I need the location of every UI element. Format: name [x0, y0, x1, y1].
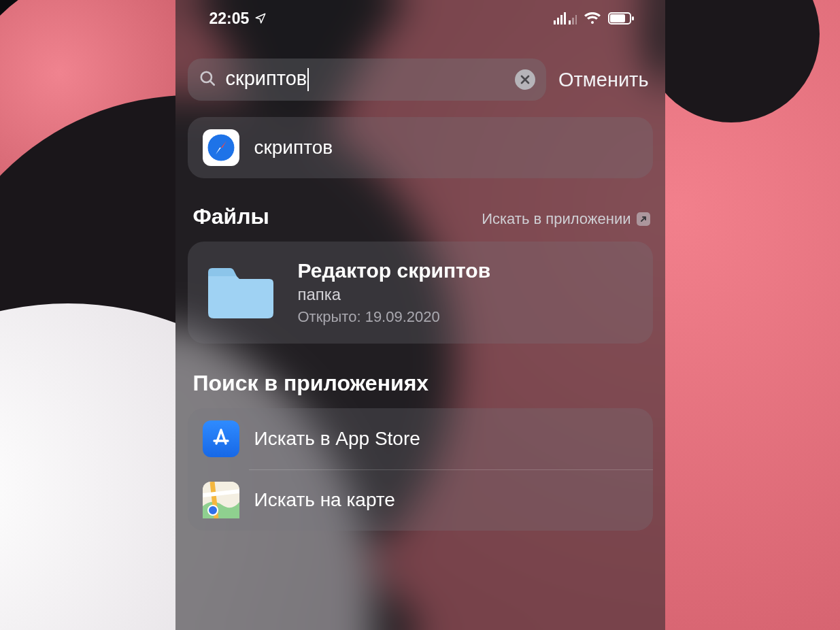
- search-input-text[interactable]: скриптов: [226, 67, 505, 91]
- text-caret: [307, 68, 309, 91]
- search-app-store-label: Искать в App Store: [254, 428, 420, 450]
- cancel-button[interactable]: Отменить: [558, 69, 653, 91]
- search-icon: [199, 69, 216, 90]
- suggestion-label: скриптов: [254, 137, 333, 159]
- arrow-up-right-icon: [637, 212, 650, 226]
- location-icon: [254, 12, 267, 24]
- files-section-title: Файлы: [193, 204, 269, 229]
- svg-rect-4: [569, 20, 571, 24]
- search-in-app-label: Искать в приложении: [482, 210, 631, 228]
- status-bar: 22:05: [188, 0, 653, 37]
- wifi-icon: [584, 12, 601, 24]
- svg-rect-0: [554, 20, 556, 24]
- search-maps-row[interactable]: Искать на карте: [188, 469, 653, 531]
- files-result-row[interactable]: Редактор скриптов папка Открыто: 19.09.2…: [188, 242, 653, 344]
- app-store-icon: [203, 420, 239, 457]
- svg-rect-5: [572, 18, 574, 24]
- svg-rect-6: [575, 15, 577, 24]
- search-maps-label: Искать на карте: [254, 489, 395, 511]
- search-in-app-link[interactable]: Искать в приложении: [482, 210, 650, 228]
- dual-signal-icon: [554, 12, 577, 24]
- svg-rect-8: [610, 14, 625, 22]
- search-app-store-row[interactable]: Искать в App Store: [188, 408, 653, 469]
- svg-rect-3: [564, 12, 566, 24]
- maps-icon: [203, 482, 239, 518]
- app-search-section-title: Поиск в приложениях: [193, 371, 429, 396]
- file-result-opened: Открыто: 19.09.2020: [298, 308, 491, 326]
- phone-frame: 22:05: [175, 0, 665, 630]
- status-time: 22:05: [209, 10, 250, 28]
- clear-search-button[interactable]: [515, 69, 535, 90]
- safari-icon: [203, 129, 239, 166]
- svg-rect-9: [632, 16, 634, 20]
- svg-rect-1: [557, 18, 559, 24]
- safari-suggestion-row[interactable]: скриптов: [188, 117, 653, 178]
- search-field[interactable]: скриптов: [188, 59, 546, 101]
- file-result-subtitle: папка: [298, 285, 491, 304]
- svg-line-11: [210, 81, 214, 84]
- file-result-title: Редактор скриптов: [298, 259, 491, 282]
- svg-rect-2: [560, 15, 562, 24]
- top-suggestion-card: скриптов: [188, 117, 653, 178]
- folder-icon: [204, 263, 278, 322]
- battery-icon: [608, 12, 634, 24]
